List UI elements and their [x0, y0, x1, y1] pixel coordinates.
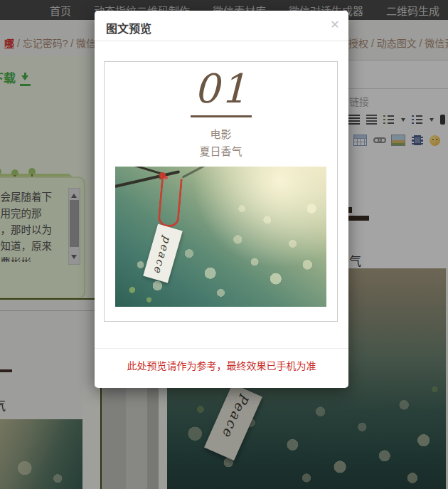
peace-tag-text: peace	[149, 226, 176, 281]
branch-decoration	[182, 167, 209, 179]
modal-title: 图文预览	[106, 19, 151, 36]
close-icon[interactable]: ×	[331, 16, 339, 31]
preview-image: peace	[115, 167, 326, 307]
preview-rule	[191, 115, 252, 117]
preview-number: 01	[105, 66, 337, 112]
peace-tag: peace	[143, 224, 183, 283]
modal-header: 图文预览 ×	[95, 11, 348, 41]
preview-modal: 图文预览 × 01 电影 夏日香气 peace 此处预览请作为参考，最终效果已手…	[95, 11, 348, 388]
branch-decoration	[120, 167, 163, 175]
preview-card: 01 电影 夏日香气 peace	[104, 61, 338, 322]
modal-footer-divider	[95, 348, 348, 349]
ribbon-decoration	[157, 177, 183, 228]
modal-footer-note: 此处预览请作为参考，最终效果已手机为准	[95, 358, 348, 372]
preview-title: 夏日香气	[105, 143, 337, 160]
preview-category: 电影	[105, 126, 337, 143]
